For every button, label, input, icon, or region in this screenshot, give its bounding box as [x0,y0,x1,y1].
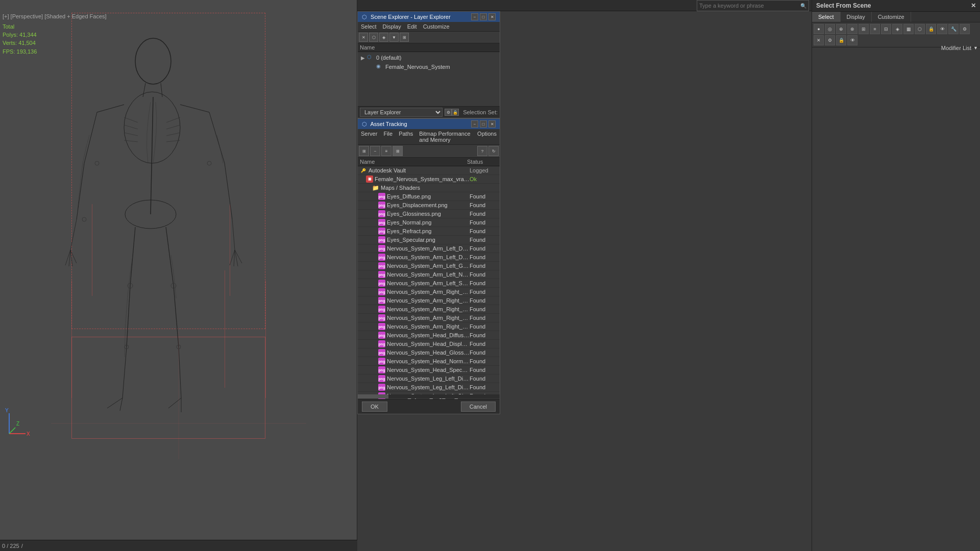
asset-row[interactable]: png Nervous_System_Head_Diffuse.png Foun… [358,331,500,340]
layer-minimize-btn[interactable]: − [471,13,478,20]
asset-row[interactable]: png Nervous_System_Arm_Left_Displacem...… [358,253,500,262]
sp-btn-13[interactable]: 🔧 [948,24,959,34]
asset-row[interactable]: png Eyes_Refract.png Found [358,227,500,236]
asset-status: Found [470,349,498,356]
sp-btn-5[interactable]: ⊞ [859,24,869,34]
asset-row[interactable]: png Nervous_System_Arm_Right_Displace...… [358,296,500,305]
layer-row-default[interactable]: ▶ ⬡ 0 (default) [359,53,499,62]
layer-menu-customize[interactable]: Customize [422,23,451,30]
asset-row[interactable]: png Nervous_System_Arm_Right_Glossiness.… [358,305,500,314]
asset-row[interactable]: png Eyes_Displacement.png Found [358,201,500,210]
svg-line-37 [179,347,181,398]
layer-lock-btn[interactable]: 🔒 [452,109,459,116]
asset-row[interactable]: png Nervous_System_Leg_Left_Diffuse.png … [358,374,500,383]
asset-status: Found [470,202,498,208]
sp-btn-settings[interactable]: ⚙ [825,35,835,45]
asset-refresh-btn[interactable]: ↻ [488,146,499,156]
sp-btn-2[interactable]: ◎ [825,24,835,34]
asset-menu-paths[interactable]: Paths [398,130,414,143]
tab-customize[interactable]: Customize [872,12,911,22]
asset-row[interactable]: png Eyes_Specular.png Found [358,236,500,244]
ok-button[interactable]: OK [362,402,387,412]
sp-btn-3[interactable]: ⊕ [836,24,846,34]
asset-row[interactable]: png Nervous_System_Arm_Left_Glossiness..… [358,262,500,270]
asset-row[interactable]: ▣ Female_Nervous_System_max_vray.max Ok [358,175,500,184]
sp-btn-11[interactable]: 🔒 [926,24,936,34]
bottom-bar: 0 / 225 / [0,540,357,551]
svg-point-40 [95,161,99,165]
png-icon: png [378,254,385,261]
layer-restore-btn[interactable]: □ [480,13,487,20]
asset-tb-btn4[interactable]: ⊞ [393,146,403,156]
search-input[interactable] [697,3,798,9]
asset-tb-btn2[interactable]: − [370,146,380,156]
fps-counter: FPS: 193,136 [3,48,37,55]
layer-menu: Select Display Edit Customize [358,22,500,32]
asset-row[interactable]: png Eyes_Normal.png Found [358,218,500,227]
asset-menu-server[interactable]: Server [360,130,378,143]
asset-menu-file[interactable]: File [382,130,394,143]
svg-line-16 [77,163,84,219]
sp-btn-8[interactable]: ◈ [892,24,902,34]
tab-select[interactable]: Select [812,12,841,22]
asset-row[interactable]: 📁 Maps / Shaders [358,184,500,192]
layer-menu-display[interactable]: Display [382,23,402,30]
layer-tb-btn1[interactable]: ✕ [359,33,368,42]
sp-btn-12[interactable]: 👁 [937,24,947,34]
sp-btn-10[interactable]: ⬡ [915,24,925,34]
asset-menu-bitmap[interactable]: Bitmap Performance and Memory [418,130,472,143]
layer-close-btn[interactable]: ✕ [488,13,496,20]
asset-help-btn[interactable]: ? [477,146,487,156]
layer-menu-edit[interactable]: Edit [406,23,418,30]
asset-row[interactable]: png Nervous_System_Arm_Left_Normal.png F… [358,270,500,279]
asset-row[interactable]: png Nervous_System_Arm_Left_Diffuse.png … [358,244,500,253]
sp-btn-1[interactable]: ● [814,24,824,34]
layer-tb-btn2[interactable]: ⬡ [369,33,378,42]
layer-settings-btn[interactable]: ⚙ [445,109,452,116]
sp-btn-lock2[interactable]: 🔒 [836,35,846,45]
asset-row[interactable]: png Nervous_System_Head_Specular.png Fou… [358,366,500,374]
layer-row-female[interactable]: ◉ Female_Nervous_System [359,62,499,71]
asset-minimize-btn[interactable]: − [471,120,478,128]
asset-hscroll-thumb[interactable] [358,394,388,398]
asset-row[interactable]: png Nervous_System_Arm_Right_Normal.... … [358,314,500,322]
asset-menu-options[interactable]: Options [476,130,498,143]
sp-btn-close[interactable]: ✕ [814,35,824,45]
select-panel-close-btn[interactable]: ✕ [971,2,976,9]
sp-btn-6[interactable]: ≡ [870,24,880,34]
sp-btn-9[interactable]: ▦ [903,24,914,34]
asset-row[interactable]: png Nervous_System_Arm_Left_Specular.p..… [358,279,500,288]
asset-row[interactable]: png Eyes_Glossiness.png Found [358,210,500,218]
asset-row[interactable]: png Nervous_System_Arm_Right_Diffuse.p..… [358,288,500,296]
sp-btn-eye[interactable]: 👁 [847,35,857,45]
asset-close-btn[interactable]: ✕ [488,120,496,128]
cancel-button[interactable]: Cancel [461,402,496,412]
sp-btn-14[interactable]: ⚙ [960,24,970,34]
layer-bottom: Layer Explorer ⚙ 🔒 Selection Set: [358,106,500,118]
asset-row[interactable]: png Nervous_System_Head_Displacement....… [358,340,500,348]
layer-panel-title-text: ⬡ Scene Explorer - Layer Explorer [362,14,451,20]
layer-menu-select[interactable]: Select [360,23,378,30]
asset-row[interactable]: png Eyes_Diffuse.png Found [358,192,500,201]
layer-tb-btn4[interactable]: ▼ [389,33,399,42]
asset-row[interactable]: png Nervous_System_Leg_Left_Displaceme..… [358,383,500,392]
sp-btn-7[interactable]: ⊟ [881,24,891,34]
asset-tb-btn3[interactable]: ≡ [381,146,391,156]
layer-tb-btn3[interactable]: ◈ [379,33,388,42]
asset-row[interactable]: png Nervous_System_Head_Normal.png Found [358,357,500,366]
asset-row[interactable]: png Nervous_System_Arm_Right_Specular...… [358,322,500,331]
asset-row[interactable]: png Nervous_System_Head_Glossiness.png F… [358,348,500,357]
viewport-stats: Total Polys: 41,344 Verts: 41,504 [3,22,37,47]
layer-tb-btn5[interactable]: ⊞ [400,33,409,42]
asset-tb-btn1[interactable]: ⊞ [359,146,369,156]
layer-dropdown[interactable]: Layer Explorer [360,108,443,117]
asset-row[interactable]: 🔑 Autodesk Vault Logged [358,166,500,175]
modifier-dropdown-arrow[interactable]: ▼ [973,45,978,51]
separator: / [21,543,23,549]
layer-rows: ▶ ⬡ 0 (default) ◉ Female_Nervous_System [358,52,500,72]
asset-name: Nervous_System_Head_Displacement.... [387,341,470,347]
sp-btn-4[interactable]: ⊗ [847,24,857,34]
tab-display[interactable]: Display [841,12,872,22]
asset-restore-btn[interactable]: □ [480,120,487,128]
svg-line-3 [151,97,153,214]
